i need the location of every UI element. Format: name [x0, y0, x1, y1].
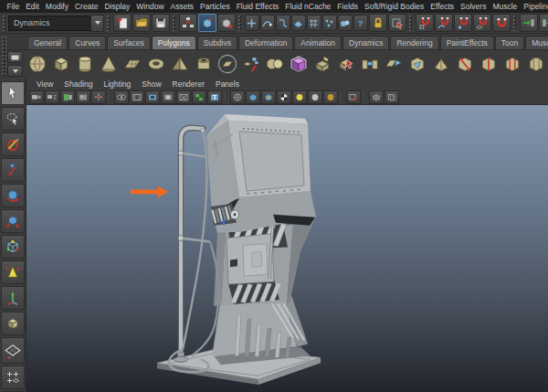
menu-display[interactable]: Display — [101, 2, 133, 11]
menu-effects[interactable]: Effects — [427, 2, 458, 11]
mask-handles-button[interactable] — [245, 15, 259, 31]
snap-curve-button[interactable] — [435, 14, 453, 32]
panel-menu-view[interactable]: View — [31, 79, 58, 89]
panel-menu-panels[interactable]: Panels — [210, 79, 245, 89]
status-grip[interactable] — [106, 15, 111, 31]
camera-attributes-button[interactable] — [45, 90, 59, 104]
shelf-tab-dynamics[interactable]: Dynamics — [342, 36, 389, 49]
shelf-tab-painteffects[interactable]: PaintEffects — [440, 36, 494, 49]
menu-window[interactable]: Window — [133, 2, 167, 11]
heads-up-display-button[interactable]: T — [207, 90, 222, 104]
mask-planes-button[interactable] — [291, 15, 306, 31]
mask-lattices-button[interactable] — [307, 15, 321, 31]
soft-modification-tool-button[interactable] — [1, 260, 25, 284]
shelf-tab-subdivs[interactable]: Subdivs — [197, 36, 237, 49]
menu-particles[interactable]: Particles — [197, 2, 234, 11]
paint-selection-tool-button[interactable] — [1, 132, 25, 156]
shelf-insert-edge-loop-button[interactable] — [477, 52, 501, 76]
shelf-extrude-edge-button[interactable] — [334, 52, 358, 76]
panel-menu-shading[interactable]: Shading — [58, 79, 98, 89]
textured-button[interactable] — [261, 90, 276, 104]
panel-menu-show[interactable]: Show — [136, 79, 166, 89]
shelf-poly-cube-button[interactable] — [49, 52, 73, 76]
shelf-tab-curves[interactable]: Curves — [68, 36, 106, 49]
shelf-poly-cone-button[interactable] — [97, 52, 121, 76]
lasso-tool-button[interactable] — [1, 107, 25, 131]
menu-edit[interactable]: Edit — [23, 2, 43, 11]
shelf-booleans-button[interactable] — [263, 52, 287, 76]
mask-curves-button[interactable] — [260, 15, 275, 31]
highlight-selection-button[interactable] — [388, 14, 406, 32]
menu-fluid-effects[interactable]: Fluid Effects — [233, 2, 282, 11]
scale-tool-button[interactable] — [1, 209, 25, 233]
select-component-button[interactable] — [217, 14, 236, 32]
shelf-tab-muscle[interactable]: Muscle — [525, 36, 548, 49]
shelf-wedge-face-button[interactable] — [429, 52, 453, 76]
shelf-extrude-button[interactable] — [311, 52, 334, 76]
menu-set-dropdown-arrow[interactable] — [90, 15, 104, 32]
two-d-pan-zoom-button[interactable] — [91, 90, 106, 104]
shelf-multi-cut-button[interactable] — [453, 52, 477, 76]
menu-set-dropdown[interactable]: Dynamics — [8, 16, 90, 31]
panel-menu-lighting[interactable]: Lighting — [98, 79, 136, 89]
menu-fluid-ncache[interactable]: Fluid nCache — [282, 2, 334, 11]
image-plane-button[interactable] — [76, 90, 90, 104]
no-lights-button[interactable] — [323, 90, 338, 104]
shelf-combine-button[interactable] — [239, 52, 263, 76]
select-hierarchy-button[interactable] — [179, 14, 197, 32]
select-camera-button[interactable] — [29, 90, 44, 104]
menu-solvers[interactable]: Solvers — [458, 2, 490, 11]
lock-selection-button[interactable] — [369, 14, 387, 32]
selected-lights-button[interactable] — [308, 90, 322, 104]
output-connections-button[interactable] — [539, 14, 548, 32]
film-gate-button[interactable] — [114, 90, 129, 104]
safe-action-button[interactable] — [176, 90, 191, 104]
mask-dynamics-button[interactable] — [322, 15, 337, 31]
select-object-button[interactable] — [198, 14, 216, 32]
perspective-viewport[interactable] — [26, 105, 548, 392]
use-default-material-button[interactable] — [277, 90, 291, 104]
shelf-tab-general[interactable]: General — [27, 36, 68, 49]
panel-menu-renderer[interactable]: Renderer — [167, 79, 210, 89]
menu-pipeline-cache[interactable]: Pipeline Cache — [521, 2, 548, 11]
shelf-poly-plane-button[interactable] — [121, 52, 144, 76]
move-tool-button[interactable] — [1, 158, 25, 182]
status-grip[interactable] — [408, 15, 413, 31]
shelf-poly-pyramid-button[interactable] — [168, 52, 192, 76]
snap-grid-button[interactable] — [416, 14, 434, 32]
universal-manipulator-button[interactable] — [1, 235, 25, 259]
input-connections-button[interactable] — [520, 14, 538, 32]
mask-help-button[interactable]: ? — [353, 15, 368, 31]
mask-rendering-button[interactable] — [338, 15, 353, 31]
menu-modify[interactable]: Modify — [42, 2, 71, 11]
machine-model[interactable] — [157, 114, 321, 385]
field-chart-button[interactable] — [161, 90, 175, 104]
shelf-tab-deformation[interactable]: Deformation — [238, 36, 293, 49]
make-live-button[interactable] — [492, 14, 511, 32]
shelf-tab-surfaces[interactable]: Surfaces — [107, 36, 151, 49]
shelf-smooth-button[interactable] — [287, 52, 311, 76]
shelf-poly-pipe-button[interactable] — [192, 52, 216, 76]
snap-point-button[interactable] — [454, 14, 472, 32]
smooth-shade-button[interactable] — [246, 90, 260, 104]
status-grip[interactable] — [512, 15, 517, 31]
status-grip[interactable] — [172, 15, 176, 31]
snap-plane-button[interactable] — [473, 14, 491, 32]
open-scene-button[interactable] — [132, 14, 151, 32]
bookmarks-button[interactable] — [60, 90, 75, 104]
save-scene-button[interactable] — [152, 14, 170, 32]
rotate-tool-button[interactable] — [1, 184, 25, 207]
shelf-menu-button[interactable] — [7, 51, 23, 63]
menu-assets[interactable]: Assets — [167, 2, 197, 11]
status-grip[interactable] — [237, 15, 242, 31]
shelf-poly-torus-button[interactable] — [144, 52, 168, 76]
shelf-append-polygon-button[interactable] — [382, 52, 406, 76]
menu-muscle[interactable]: Muscle — [490, 2, 521, 11]
shelf-tab-polygons[interactable]: Polygons — [152, 36, 196, 49]
menu-file[interactable]: File — [4, 2, 23, 11]
isolate-select-button[interactable] — [346, 90, 361, 104]
menu-fields[interactable]: Fields — [334, 2, 362, 11]
menu-create[interactable]: Create — [71, 2, 101, 11]
mask-surfaces-button[interactable] — [276, 15, 290, 31]
shelf-poke-face-button[interactable] — [406, 52, 429, 76]
